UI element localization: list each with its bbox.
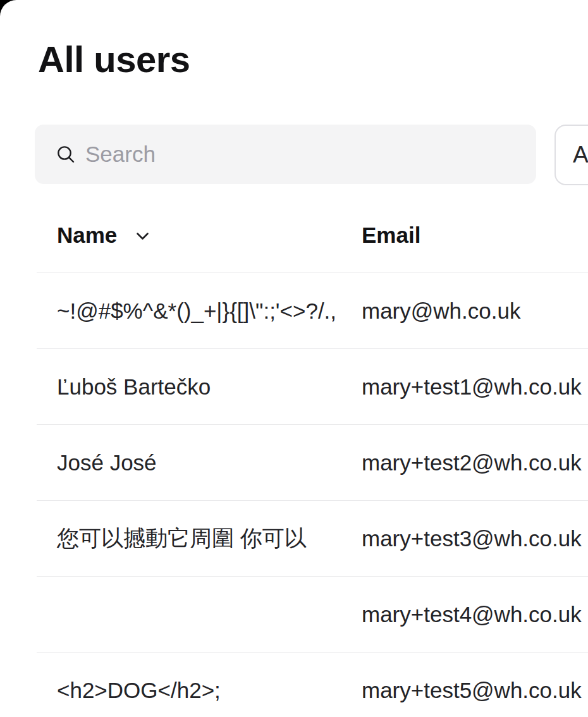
table-row[interactable]: mary+test4@wh.co.uk bbox=[37, 577, 588, 653]
email-cell: mary+test4@wh.co.uk bbox=[362, 602, 588, 627]
column-header-name[interactable]: Name bbox=[57, 223, 362, 248]
page-title: All users bbox=[38, 40, 190, 78]
search-input[interactable] bbox=[85, 142, 521, 167]
table-header: Name Email bbox=[37, 197, 588, 273]
add-button[interactable]: A bbox=[554, 125, 588, 185]
name-cell: ~!@#$%^&*()_+|}{[]\":;'<>?/., bbox=[57, 298, 362, 324]
page: All users A Name Email ~!@#$%^&*()_+|}{[… bbox=[0, 0, 588, 717]
column-header-name-label: Name bbox=[57, 223, 117, 248]
table-row[interactable]: 您可以撼動它周圍 你可以 mary+test3@wh.co.uk bbox=[37, 501, 588, 577]
email-cell: mary+test1@wh.co.uk bbox=[362, 374, 588, 400]
column-header-email[interactable]: Email bbox=[362, 223, 588, 248]
add-button-label: A bbox=[573, 142, 588, 168]
name-cell: <h2>DOG</h2>; bbox=[57, 678, 362, 703]
email-cell: mary+test3@wh.co.uk bbox=[362, 526, 588, 551]
table-row[interactable]: José José mary+test2@wh.co.uk bbox=[37, 425, 588, 501]
search-icon bbox=[56, 144, 76, 164]
name-cell: 您可以撼動它周圍 你可以 bbox=[57, 524, 362, 553]
toolbar: A bbox=[35, 125, 588, 185]
email-cell: mary+test2@wh.co.uk bbox=[362, 450, 588, 475]
email-cell: mary+test5@wh.co.uk bbox=[362, 678, 588, 703]
table-row[interactable]: ~!@#$%^&*()_+|}{[]\":;'<>?/., mary@wh.co… bbox=[37, 273, 588, 349]
table-row[interactable]: <h2>DOG</h2>; mary+test5@wh.co.uk bbox=[37, 653, 588, 717]
table-row[interactable]: Ľuboš Bartečko mary+test1@wh.co.uk bbox=[37, 349, 588, 425]
chevron-down-icon bbox=[136, 232, 149, 240]
search-field bbox=[35, 125, 536, 184]
email-cell: mary@wh.co.uk bbox=[362, 298, 588, 324]
users-table: Name Email ~!@#$%^&*()_+|}{[]\":;'<>?/.,… bbox=[0, 197, 588, 717]
name-cell: José José bbox=[57, 450, 362, 475]
name-cell: Ľuboš Bartečko bbox=[57, 374, 362, 400]
